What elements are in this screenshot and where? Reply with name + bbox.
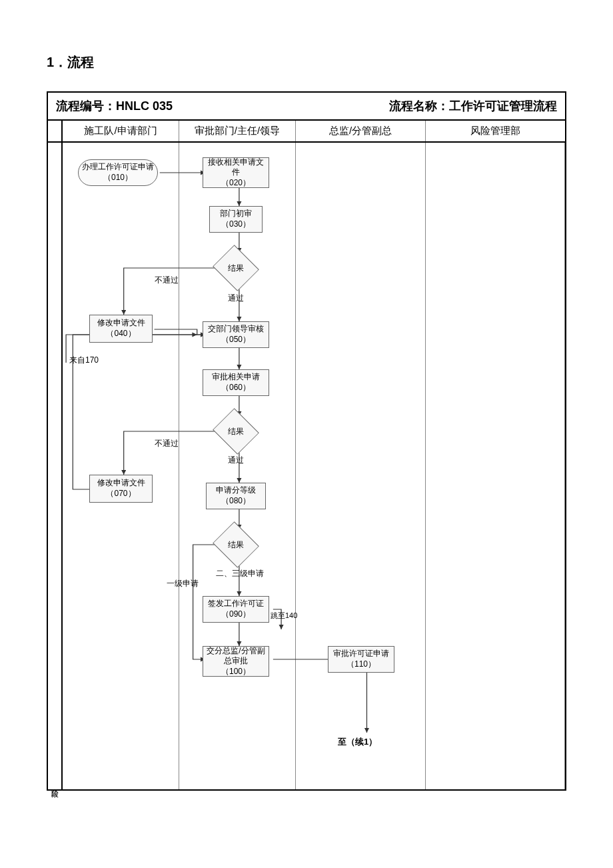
section-title: 1．流程: [47, 53, 566, 71]
node-050-title: 交部门领导审核: [208, 324, 264, 335]
phase-label: 阶段: [50, 784, 60, 785]
flow-body: 阶段: [48, 143, 565, 789]
flow-name: 流程名称：工作许可证管理流程: [389, 98, 557, 114]
node-090-code: （090）: [221, 609, 251, 620]
node-110-code: （110）: [346, 659, 376, 670]
node-080-code: （080）: [221, 496, 251, 507]
lane-2: [179, 143, 296, 789]
flow-name-label: 流程名称：: [389, 99, 449, 113]
node-050: 交部门领导审核 （050）: [203, 321, 269, 348]
node-060: 审批相关申请 （060）: [203, 369, 269, 396]
node-100-code: （100）: [221, 667, 251, 677]
flow-id-value: HNLC 035: [116, 99, 173, 113]
flowchart-container: 流程编号：HNLC 035 流程名称：工作许可证管理流程 施工队/申请部门 审批…: [47, 91, 566, 791]
lane-1: [63, 143, 179, 789]
node-070: 修改申请文件 （070）: [89, 475, 153, 503]
node-090-title: 签发工作许可证: [208, 599, 264, 609]
decision-1: 结果: [213, 253, 259, 283]
ref-continue-1: 至（续1）: [338, 736, 377, 748]
flow-id: 流程编号：HNLC 035: [56, 98, 173, 114]
node-010-code: （010）: [103, 173, 133, 183]
node-110-title: 审批许可证申请: [333, 649, 389, 659]
node-060-title: 审批相关申请: [212, 372, 260, 383]
edge-fail-1: 不通过: [155, 275, 179, 286]
lane-header-4: 风险管理部: [426, 121, 565, 141]
node-080: 申请分等级 （080）: [206, 483, 266, 509]
node-110: 审批许可证申请 （110）: [328, 646, 394, 673]
flow-header: 流程编号：HNLC 035 流程名称：工作许可证管理流程: [48, 93, 565, 121]
flow-id-label: 流程编号：: [56, 99, 116, 113]
phase-column: 阶段: [48, 143, 63, 789]
node-080-title: 申请分等级: [216, 485, 256, 496]
node-010-start: 办理工作许可证申请 （010）: [78, 159, 158, 186]
node-040: 修改申请文件 （040）: [89, 315, 153, 343]
lane-header-1: 施工队/申请部门: [63, 121, 179, 141]
lane-header-3: 总监/分管副总: [296, 121, 426, 141]
node-060-code: （060）: [221, 383, 251, 393]
node-100: 交分总监/分管副总审批 （100）: [203, 646, 269, 677]
node-100-title: 交分总监/分管副总审批: [206, 646, 266, 667]
node-020-title: 接收相关申请文件: [206, 157, 266, 178]
node-030: 部门初审 （030）: [209, 206, 263, 233]
decision-2-label: 结果: [228, 426, 244, 437]
lane-header-2: 审批部门/主任/领导: [179, 121, 296, 141]
edge-level23: 二、三级申请: [216, 568, 264, 579]
decision-3-label: 结果: [228, 539, 244, 551]
ref-to-140: 跳至140: [271, 611, 297, 621]
edge-level1: 一级申请: [167, 578, 199, 589]
edge-pass-2: 通过: [228, 455, 244, 466]
decision-1-label: 结果: [228, 263, 244, 274]
node-070-title: 修改申请文件: [97, 478, 145, 489]
node-030-title: 部门初审: [220, 209, 252, 219]
decision-3: 结果: [213, 529, 259, 560]
node-040-title: 修改申请文件: [97, 318, 145, 329]
flow-name-value: 工作许可证管理流程: [449, 99, 557, 113]
node-020: 接收相关申请文件 （020）: [203, 157, 269, 188]
phase-header: [48, 121, 63, 141]
node-050-code: （050）: [221, 335, 251, 345]
lanes-header: 施工队/申请部门 审批部门/主任/领导 总监/分管副总 风险管理部: [48, 121, 565, 143]
node-020-code: （020）: [221, 178, 251, 189]
node-070-code: （070）: [106, 489, 135, 499]
ref-from-170: 来自170: [69, 355, 99, 366]
lane-3: [296, 143, 426, 789]
node-030-code: （030）: [221, 219, 251, 230]
node-090: 签发工作许可证 （090）: [203, 596, 269, 623]
edge-pass-1: 通过: [228, 293, 244, 304]
lane-4: [426, 143, 565, 789]
decision-2: 结果: [213, 416, 259, 447]
node-040-code: （040）: [106, 329, 135, 339]
node-010-title: 办理工作许可证申请: [82, 162, 154, 173]
edge-fail-2: 不通过: [155, 438, 179, 449]
